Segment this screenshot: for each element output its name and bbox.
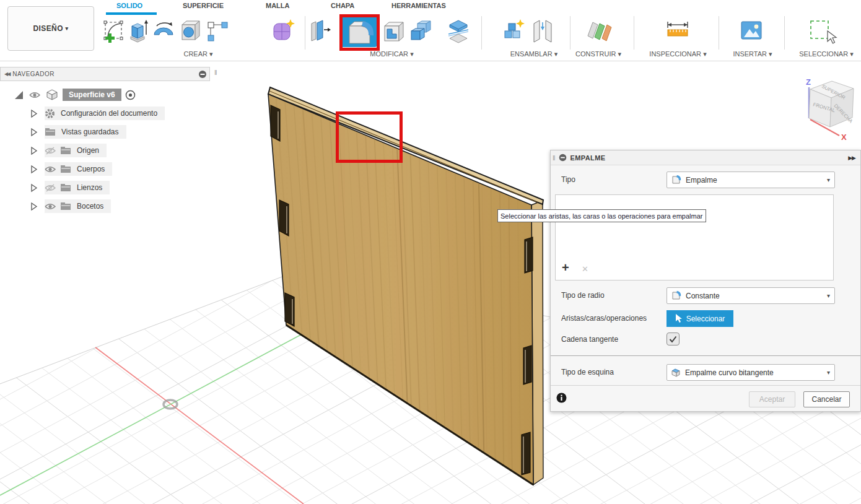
expand-open-icon[interactable] xyxy=(14,90,24,100)
radio-type-label: Tipo de radio xyxy=(561,291,605,300)
chevron-down-icon: ▾ xyxy=(827,176,830,183)
tab-herramientas[interactable]: HERRAMIENTAS xyxy=(391,2,446,9)
tree-item-label[interactable]: Lienzos xyxy=(77,183,102,192)
navigator-root-row[interactable]: Superficie v6 xyxy=(14,88,136,102)
tree-item-label[interactable]: Configuración del documento xyxy=(61,109,157,118)
dialog-expand-icon[interactable]: ▶▶ xyxy=(848,155,855,161)
extrude-icon[interactable] xyxy=(126,17,149,45)
navigator-row-cuerpos[interactable]: Cuerpos xyxy=(30,162,112,176)
expand-closed-icon[interactable] xyxy=(30,183,38,193)
eye-visible-icon[interactable] xyxy=(45,165,56,173)
group-label-ensamblar[interactable]: ENSAMBLAR ▾ xyxy=(503,50,565,58)
tree-item-label[interactable]: Vistas guardadas xyxy=(61,128,119,136)
select-edges-button[interactable]: Seleccionar xyxy=(667,310,733,327)
navigator-collapse-icon[interactable]: ◀◀ xyxy=(4,71,9,77)
selection-list-box[interactable]: + ✕ xyxy=(555,194,834,280)
tab-superficie[interactable]: SUPERFICIE xyxy=(183,2,224,9)
group-label-insertar[interactable]: INSERTAR ▾ xyxy=(728,50,777,58)
design-dropdown-button[interactable]: DISEÑO ▾ xyxy=(7,6,94,51)
active-tab-underline xyxy=(106,12,157,15)
create-form-icon[interactable] xyxy=(271,17,296,45)
fusion360-window: Z SUPERIOR FRONTAL DERECHA X DISEÑO ▾ SO… xyxy=(0,0,861,504)
press-pull-icon[interactable] xyxy=(308,17,333,45)
navigator-row-origen[interactable]: Origen xyxy=(30,144,107,157)
cursor-icon xyxy=(675,314,683,323)
expand-closed-icon[interactable] xyxy=(30,128,38,137)
expand-closed-icon[interactable] xyxy=(30,202,38,211)
clear-selection-icon[interactable]: ✕ xyxy=(582,264,588,274)
navigator-header[interactable]: ◀◀ NAVEGADOR xyxy=(0,67,210,81)
tab-chapa[interactable]: CHAPA xyxy=(331,2,354,9)
chevron-down-icon: ▾ xyxy=(827,292,830,299)
eye-hidden-icon[interactable] xyxy=(45,147,56,155)
tangent-chain-label: Cadena tangente xyxy=(561,335,618,344)
main-toolbar: DISEÑO ▾ SOLIDO SUPERFICIE MALLA CHAPA H… xyxy=(0,0,861,61)
tab-malla[interactable]: MALLA xyxy=(266,2,290,9)
group-label-seleccionar[interactable]: SELECCIONAR ▾ xyxy=(793,50,860,58)
cancel-button[interactable]: Cancelar xyxy=(803,391,850,407)
check-icon xyxy=(669,336,677,343)
group-label-construir[interactable]: CONSTRUIR ▾ xyxy=(568,50,629,58)
constant-radius-icon xyxy=(671,290,681,301)
gear-icon xyxy=(45,108,55,119)
revolve-icon[interactable] xyxy=(151,17,176,45)
combine-icon[interactable] xyxy=(408,17,434,45)
navigator-row-lienzos[interactable]: Lienzos xyxy=(30,181,110,194)
navigator-minimize-icon[interactable] xyxy=(198,70,207,79)
split-body-icon[interactable] xyxy=(446,17,472,45)
add-selection-icon[interactable]: + xyxy=(562,261,569,275)
navigator-row-bocetos[interactable]: Bocetos xyxy=(30,199,111,213)
design-button-label: DISEÑO xyxy=(33,24,63,33)
folder-icon xyxy=(60,183,71,192)
dialog-drag-grip[interactable]: ‖ xyxy=(553,154,556,162)
eye-visible-icon[interactable] xyxy=(29,91,40,99)
rectangular-pattern-icon[interactable] xyxy=(206,17,230,45)
expand-closed-icon[interactable] xyxy=(30,146,38,155)
info-icon[interactable] xyxy=(556,393,567,403)
hole-icon[interactable] xyxy=(178,17,203,45)
viewcube-z-label: Z xyxy=(806,77,811,87)
tipo-value: Empalme xyxy=(686,176,717,185)
group-label-crear[interactable]: CREAR ▾ xyxy=(173,50,223,58)
eye-hidden-icon[interactable] xyxy=(45,184,56,192)
tree-item-label[interactable]: Cuerpos xyxy=(77,165,105,173)
insert-image-icon[interactable] xyxy=(739,17,765,45)
tab-solido[interactable]: SOLIDO xyxy=(116,2,142,9)
view-cube[interactable]: Z SUPERIOR FRONTAL DERECHA X xyxy=(793,65,861,146)
navigator-title: NAVEGADOR xyxy=(12,71,55,77)
navigator-row-saved-views[interactable]: Vistas guardadas xyxy=(30,125,126,139)
dialog-header[interactable]: ‖ EMPALME ▶▶ xyxy=(551,150,860,165)
folder-icon xyxy=(60,165,71,173)
selection-tooltip: Seleccionar las aristas, las caras o las… xyxy=(497,209,706,222)
component-cube-icon xyxy=(45,89,59,101)
expand-closed-icon[interactable] xyxy=(30,165,38,174)
create-sketch-icon[interactable] xyxy=(103,17,125,45)
fillet-dialog: ‖ EMPALME ▶▶ Tipo Empalme ▾ + ✕ Tipo de … xyxy=(550,150,861,412)
construct-plane-icon[interactable] xyxy=(585,17,614,45)
radio-type-dropdown[interactable]: Constante ▾ xyxy=(667,287,835,304)
tree-item-label[interactable]: Origen xyxy=(77,146,99,155)
group-label-inspeccionar[interactable]: INSPECCIONAR ▾ xyxy=(642,50,714,58)
new-component-icon[interactable] xyxy=(502,17,528,45)
group-label-modificar[interactable]: MODIFICAR ▾ xyxy=(362,50,421,58)
navigator-row-doc-settings[interactable]: Configuración del documento xyxy=(30,106,165,120)
navigator-drag-grip[interactable]: ‖ xyxy=(214,69,217,76)
folder-icon xyxy=(60,202,71,211)
y-axis xyxy=(0,330,310,495)
eye-visible-icon[interactable] xyxy=(45,202,56,211)
root-component-label[interactable]: Superficie v6 xyxy=(63,89,121,101)
select-tool-icon[interactable] xyxy=(807,17,839,47)
tree-item-label[interactable]: Bocetos xyxy=(77,202,103,211)
measure-icon[interactable] xyxy=(664,17,691,45)
folder-icon xyxy=(60,146,71,155)
joint-icon[interactable] xyxy=(530,17,556,45)
corner-type-icon xyxy=(670,367,681,378)
tipo-dropdown[interactable]: Empalme ▾ xyxy=(667,172,835,188)
activate-component-icon[interactable] xyxy=(125,90,136,100)
accept-button[interactable]: Aceptar xyxy=(749,391,795,407)
corner-type-dropdown[interactable]: Empalme curvo bitangente ▾ xyxy=(667,364,835,381)
dialog-collapse-icon[interactable] xyxy=(559,154,567,162)
shell-icon[interactable] xyxy=(380,17,405,45)
expand-closed-icon[interactable] xyxy=(30,109,38,118)
tangent-chain-checkbox[interactable] xyxy=(667,332,680,345)
